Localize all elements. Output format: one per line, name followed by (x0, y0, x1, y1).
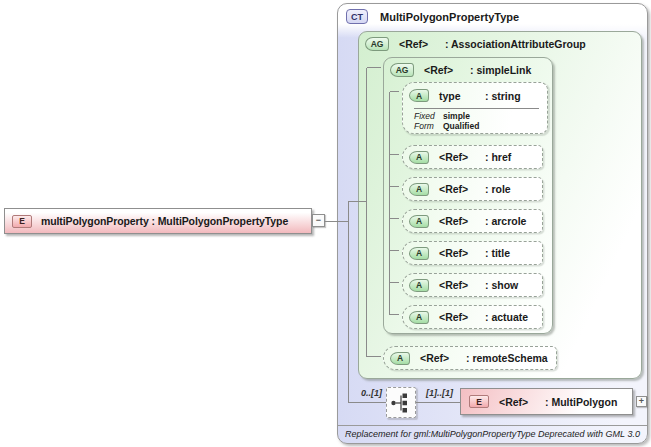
cardinality-right: [1]..[1] (426, 388, 453, 398)
attribute-box-role[interactable]: A<Ref>: role (402, 177, 543, 201)
attribute-icon: A (409, 89, 429, 102)
sequence-compositor-icon[interactable] (386, 387, 416, 418)
complextype-title: MultiPolygonPropertyType (380, 11, 519, 23)
attributegroup-name: : AssociationAttributeGroup (445, 38, 586, 50)
attribute-ref: <Ref> (439, 183, 485, 195)
attribute-ref: <Ref> (439, 311, 485, 323)
attribute-icon: A (409, 183, 429, 196)
collapse-button[interactable]: − (312, 214, 325, 227)
attribute-ref: <Ref> (439, 215, 485, 227)
attribute-box-remoteschema[interactable]: A<Ref>: remoteSchema (383, 346, 557, 370)
attribute-name: : role (485, 183, 511, 195)
attribute-box-href[interactable]: A<Ref>: href (402, 145, 543, 169)
schema-diagram: E multiPolygonProperty : MultiPolygonPro… (0, 0, 651, 447)
element-box-multipolygonproperty[interactable]: E multiPolygonProperty : MultiPolygonPro… (4, 208, 312, 234)
cardinality-left: 0..[1] (346, 388, 382, 398)
complextype-box[interactable]: CT MultiPolygonPropertyType AG <Ref> : A… (337, 3, 648, 444)
element-box-multipolygon[interactable]: E <Ref> : MultiPolygon (460, 388, 633, 415)
attribute-ref: <Ref> (420, 352, 466, 364)
attribute-box-actuate[interactable]: A<Ref>: actuate (402, 305, 543, 329)
element-icon: E (469, 395, 489, 408)
attribute-name: : arcrole (485, 215, 526, 227)
complextype-header: CT MultiPolygonPropertyType (346, 9, 519, 24)
sequence-glyph (389, 391, 413, 415)
attributegroup-icon: AG (390, 63, 414, 77)
attribute-ref: <Ref> (439, 279, 485, 291)
attribute-ref: <Ref> (439, 151, 485, 163)
attributegroup-name: : simpleLink (470, 64, 531, 76)
attribute-name: : remoteSchema (466, 352, 548, 364)
attributegroup-ref: <Ref> (424, 64, 470, 76)
facet-fixed: Fixed simple (414, 111, 539, 121)
complextype-icon: CT (346, 9, 368, 24)
element-ref: <Ref> (499, 396, 545, 408)
attribute-name: : actuate (485, 311, 528, 323)
attribute-header: A type : string (403, 83, 547, 108)
annotation-divider (338, 425, 647, 426)
attribute-icon: A (409, 311, 429, 324)
element-icon: E (12, 215, 32, 228)
attribute-datatype: : string (485, 90, 521, 102)
facet-form: Form Qualified (414, 121, 539, 131)
attribute-facets: Fixed simple Form Qualified (414, 108, 539, 131)
attribute-name: type (439, 90, 485, 102)
attribute-name: : show (485, 279, 518, 291)
attributegroup-header: AG <Ref> : AssociationAttributeGroup (359, 32, 641, 56)
annotation-text: Replacement for gml:MultiPolygonProperty… (338, 429, 647, 439)
element-label: multiPolygonProperty : MultiPolygonPrope… (41, 215, 288, 227)
attribute-box-title[interactable]: A<Ref>: title (402, 241, 543, 265)
attributegroup-header: AG <Ref> : simpleLink (384, 58, 552, 82)
attribute-icon: A (390, 352, 410, 365)
attribute-box-show[interactable]: A<Ref>: show (402, 273, 543, 297)
attribute-name: : href (485, 151, 511, 163)
attribute-icon: A (409, 215, 429, 228)
attribute-name: : title (485, 247, 510, 259)
attributegroup-ref: <Ref> (399, 38, 445, 50)
attributegroup-box-simplelink[interactable]: AG <Ref> : simpleLink A type : string Fi… (383, 57, 553, 334)
attributegroup-icon: AG (365, 37, 389, 51)
attribute-box-type[interactable]: A type : string Fixed simple Form Qualif… (402, 82, 548, 134)
attribute-box-arcrole[interactable]: A<Ref>: arcrole (402, 209, 543, 233)
attribute-icon: A (409, 247, 429, 260)
element-name: : MultiPolygon (545, 396, 617, 408)
expand-button[interactable]: + (636, 396, 647, 407)
attribute-icon: A (409, 279, 429, 292)
attribute-ref: <Ref> (439, 247, 485, 259)
attribute-icon: A (409, 151, 429, 164)
attributegroup-box-association[interactable]: AG <Ref> : AssociationAttributeGroup AG … (358, 31, 642, 379)
